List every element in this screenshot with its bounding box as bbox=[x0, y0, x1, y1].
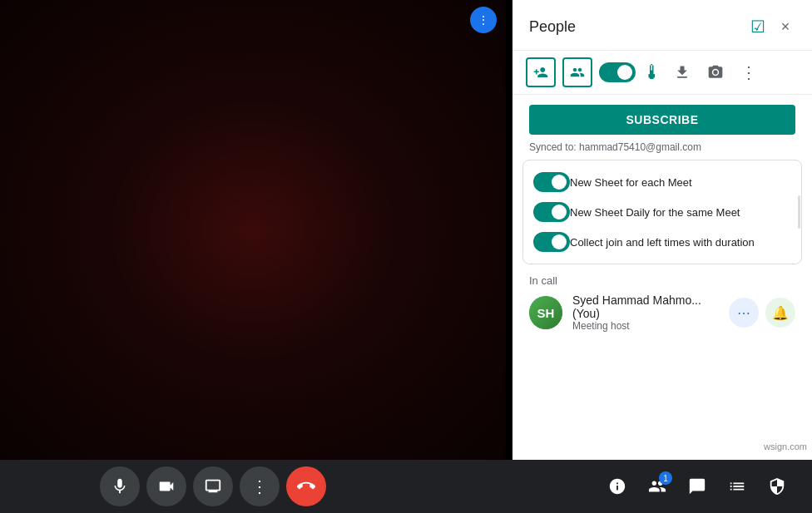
participant-name: Syed Hammad Mahmo... (You) bbox=[572, 293, 719, 320]
people-button[interactable]: 1 bbox=[639, 468, 676, 505]
add-person-button-1[interactable] bbox=[526, 57, 556, 87]
toolbar-right: 1 bbox=[599, 468, 795, 505]
end-call-button[interactable] bbox=[286, 466, 326, 506]
mic-icon bbox=[111, 477, 129, 496]
option-row-3: Collect join and left times with duratio… bbox=[533, 227, 791, 257]
panel-title: People bbox=[529, 18, 576, 36]
close-panel-button[interactable]: × bbox=[772, 13, 799, 40]
mic-button[interactable] bbox=[100, 466, 140, 506]
in-call-label: In call bbox=[529, 274, 795, 287]
toggle-new-sheet-each[interactable] bbox=[533, 172, 570, 192]
options-wrapper: New Sheet for each Meet New Sheet Daily … bbox=[512, 160, 812, 264]
add-person-button-2[interactable] bbox=[562, 57, 592, 87]
participant-bell-button[interactable]: 🔔 bbox=[765, 298, 795, 328]
option-label-2: New Sheet Daily for the same Meet bbox=[570, 206, 781, 219]
activities-button[interactable] bbox=[719, 468, 755, 505]
panel-toolbar: 🌡 ⋮ bbox=[512, 51, 812, 95]
activities-icon bbox=[728, 477, 746, 496]
video-more-button[interactable]: ⋮ bbox=[470, 7, 497, 33]
add-person-icon-2 bbox=[570, 65, 585, 80]
present-button[interactable] bbox=[193, 466, 233, 506]
toggle-collect-times[interactable] bbox=[533, 232, 570, 252]
video-area bbox=[0, 0, 506, 460]
chat-icon bbox=[688, 477, 706, 496]
download-icon bbox=[674, 64, 691, 81]
info-icon bbox=[608, 477, 626, 496]
end-call-icon bbox=[297, 477, 315, 496]
scroll-indicator bbox=[798, 195, 800, 229]
participant-more-button[interactable]: ⋯ bbox=[729, 298, 759, 328]
main-toggle[interactable] bbox=[599, 62, 636, 82]
options-box: New Sheet for each Meet New Sheet Daily … bbox=[522, 160, 802, 264]
present-icon bbox=[204, 477, 222, 496]
chat-button[interactable] bbox=[679, 468, 715, 505]
camera-toggle-icon bbox=[157, 477, 176, 496]
more-options-button[interactable]: ⋮ bbox=[735, 59, 762, 86]
download-button[interactable] bbox=[669, 59, 696, 86]
shield-icon bbox=[768, 477, 786, 496]
avatar-image: SH bbox=[529, 296, 562, 329]
avatar: SH bbox=[529, 296, 562, 329]
thermometer-icon: 🌡 bbox=[642, 61, 662, 84]
shield-button[interactable] bbox=[759, 468, 795, 505]
toolbar-left: ⋮ bbox=[100, 466, 326, 506]
option-row-2: New Sheet Daily for the same Meet bbox=[533, 197, 791, 227]
people-panel: People ☑ × 🌡 bbox=[512, 0, 812, 460]
participant-actions: ⋯ 🔔 bbox=[729, 298, 795, 328]
bottom-bar: ⋮ 1 bbox=[0, 460, 812, 513]
subscribe-button[interactable]: SUBSCRIBE bbox=[529, 105, 795, 135]
participant-info: Syed Hammad Mahmo... (You) Meeting host bbox=[572, 293, 719, 332]
header-icons: ☑ × bbox=[750, 13, 799, 40]
camera-toggle-button[interactable] bbox=[146, 466, 186, 506]
panel-header: People ☑ × bbox=[512, 0, 812, 51]
add-person-icon-1 bbox=[533, 65, 548, 80]
dots-icon: ⋮ bbox=[478, 13, 489, 27]
participant-row: SH Syed Hammad Mahmo... (You) Meeting ho… bbox=[529, 293, 795, 332]
option-label-1: New Sheet for each Meet bbox=[570, 176, 781, 189]
info-button[interactable] bbox=[599, 468, 636, 505]
option-label-3: Collect join and left times with duratio… bbox=[570, 236, 781, 249]
more-dots-icon: ⋮ bbox=[251, 476, 268, 496]
sync-text: Synced to: hammad75410@gmail.com bbox=[529, 141, 795, 153]
bell-icon: 🔔 bbox=[772, 305, 789, 321]
option-row-1: New Sheet for each Meet bbox=[533, 167, 791, 197]
in-call-section: In call SH Syed Hammad Mahmo... (You) Me… bbox=[512, 264, 812, 342]
toggle-new-sheet-daily[interactable] bbox=[533, 202, 570, 222]
more-icon: ⋯ bbox=[737, 305, 750, 321]
watermark: wsign.com bbox=[759, 440, 812, 453]
people-badge: 1 bbox=[659, 471, 672, 485]
camera-icon bbox=[707, 64, 724, 81]
participant-role: Meeting host bbox=[572, 320, 719, 332]
more-options-btn[interactable]: ⋮ bbox=[240, 466, 280, 506]
camera-button[interactable] bbox=[702, 59, 729, 86]
checkbox-icon[interactable]: ☑ bbox=[750, 17, 765, 37]
